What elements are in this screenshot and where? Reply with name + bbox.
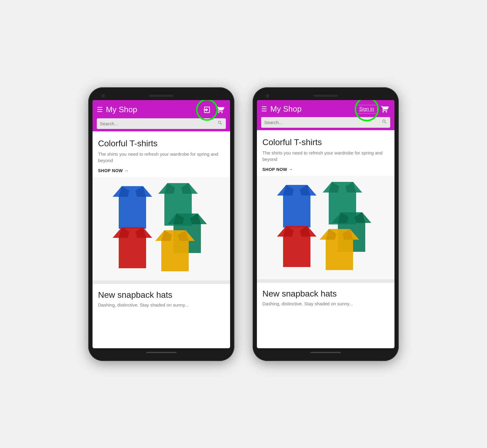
- app-content-right: Colorful T-shirts The shirts you need to…: [257, 130, 394, 348]
- phone-screen-left: ☰ My Shop: [93, 100, 230, 348]
- app-header-left: ☰ My Shop: [93, 100, 230, 131]
- svg-marker-15: [277, 185, 317, 227]
- search-icon-left[interactable]: [217, 120, 223, 127]
- svg-marker-9: [113, 227, 152, 268]
- menu-icon-left[interactable]: ☰: [97, 106, 103, 113]
- app-title-left: My Shop: [106, 105, 198, 114]
- header-top-left: ☰ My Shop: [97, 104, 226, 116]
- signin-text-button-right[interactable]: Sign in: [356, 105, 377, 113]
- speaker: [149, 95, 173, 97]
- home-indicator-left: [146, 352, 177, 353]
- hero-title-right: Colorful T-shirts: [262, 137, 389, 147]
- header-actions-right: Sign in: [356, 104, 390, 115]
- signin-icon-button-left[interactable]: [201, 104, 213, 116]
- cart-icon-right[interactable]: [379, 104, 390, 115]
- phone-bottom-bar-right: [257, 348, 394, 357]
- speaker-right: [314, 95, 338, 97]
- hero-title-left: Colorful T-shirts: [98, 139, 225, 148]
- section-divider-right: [257, 279, 394, 283]
- app-title-right: My Shop: [270, 104, 353, 114]
- app-header-right: ☰ My Shop Sign in: [257, 100, 394, 130]
- svg-marker-24: [277, 226, 317, 267]
- shop-now-button-right[interactable]: SHOP NOW →: [262, 167, 293, 172]
- header-actions-left: [201, 104, 226, 116]
- search-icon-right[interactable]: [382, 119, 387, 126]
- shop-now-button-left[interactable]: SHOP NOW →: [98, 168, 128, 173]
- camera-dot-right: [266, 94, 269, 97]
- hero-subtitle-left: The shirts you need to refresh your ward…: [98, 151, 225, 164]
- home-indicator-right: [310, 352, 341, 353]
- phone-frame-right: ☰ My Shop Sign in: [253, 87, 399, 361]
- next-section-left: New snapback hats Dashing, distinctive. …: [93, 284, 230, 314]
- phone-top-bar-right: [257, 92, 394, 100]
- search-bar-left: [97, 118, 226, 129]
- phone-frame-left: ☰ My Shop: [88, 87, 234, 361]
- phone-bottom-bar-left: [93, 348, 230, 357]
- camera-dot: [102, 94, 105, 97]
- next-section-subtitle-right: Dashing, distinctive. Stay shaded on sun…: [262, 301, 389, 306]
- next-section-subtitle-left: Dashing, distinctive. Stay shaded on sun…: [98, 302, 225, 307]
- tshirts-image-right: [257, 176, 394, 279]
- next-section-right: New snapback hats Dashing, distinctive. …: [257, 283, 394, 312]
- phone-right: ☰ My Shop Sign in: [253, 87, 399, 361]
- hero-subtitle-right: The shirts you need to refresh your ward…: [262, 150, 389, 162]
- next-section-title-left: New snapback hats: [98, 290, 225, 300]
- cart-icon-left[interactable]: [215, 104, 226, 115]
- phone-screen-right: ☰ My Shop Sign in: [257, 100, 394, 348]
- next-section-title-right: New snapback hats: [262, 289, 389, 299]
- search-bar-right: [261, 117, 390, 128]
- phone-top-bar: [93, 92, 230, 100]
- search-input-left[interactable]: [100, 121, 215, 126]
- svg-marker-0: [113, 186, 152, 229]
- hero-section-right: Colorful T-shirts The shirts you need to…: [257, 130, 394, 176]
- phone-left: ☰ My Shop: [88, 87, 234, 361]
- section-divider-left: [93, 280, 230, 284]
- menu-icon-right[interactable]: ☰: [261, 106, 267, 113]
- header-top-right: ☰ My Shop Sign in: [261, 104, 390, 115]
- signin-label-right: Sign in: [359, 106, 374, 112]
- app-content-left: Colorful T-shirts The shirts you need to…: [93, 131, 230, 348]
- search-input-right[interactable]: [264, 120, 379, 125]
- tshirts-image-left: [93, 177, 230, 280]
- hero-section-left: Colorful T-shirts The shirts you need to…: [93, 131, 230, 177]
